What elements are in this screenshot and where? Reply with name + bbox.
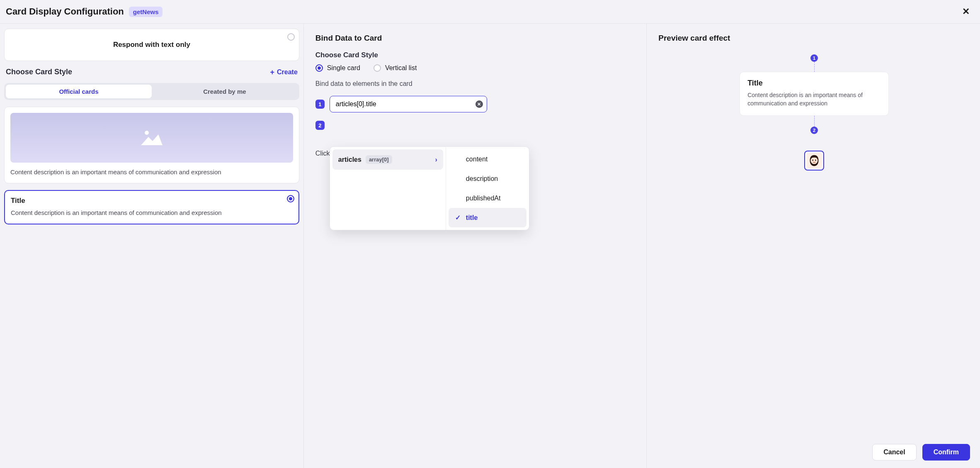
marker-line: [814, 116, 815, 127]
close-icon[interactable]: ✕: [960, 6, 972, 17]
clear-input-icon[interactable]: ✕: [475, 100, 483, 108]
dialog-body: Respond with text only Choose Card Style…: [0, 24, 980, 468]
bind-input-1[interactable]: [330, 96, 487, 112]
left-panel: Respond with text only Choose Card Style…: [0, 24, 304, 468]
radio-vertical-list[interactable]: Vertical list: [374, 64, 417, 72]
preview-title: Preview card effect: [658, 34, 970, 43]
preview-area: 1 Title Content description is an import…: [658, 54, 970, 438]
tab-created-by-me[interactable]: Created by me: [152, 85, 298, 98]
marker-line: [814, 62, 815, 72]
dropdown-right-pane: ✓ content ✓ description ✓ publishedAt ✓ …: [446, 147, 529, 230]
choose-style-title: Choose Card Style: [6, 68, 72, 76]
dialog-header: Card Display Configuration getNews ✕: [0, 0, 980, 24]
cancel-button[interactable]: Cancel: [872, 444, 916, 461]
dropdown-item-content[interactable]: ✓ content: [449, 149, 526, 169]
chevron-right-icon: ›: [435, 156, 437, 163]
preview-marker-2: 2: [810, 116, 818, 134]
card-option-title-label: Title: [11, 197, 293, 205]
avatar-icon: [806, 153, 822, 168]
bind-index-2: 2: [315, 121, 325, 130]
footer-buttons: Cancel Confirm: [658, 438, 970, 468]
marker-badge-2: 2: [810, 127, 818, 134]
svg-point-3: [812, 159, 813, 161]
bind-row-1: 1 ✕: [315, 96, 636, 112]
check-icon: ✓: [454, 214, 462, 222]
radio-single-label: Single card: [327, 64, 360, 72]
card-option-image[interactable]: Content description is an important mean…: [4, 107, 299, 183]
dialog-tag: getNews: [129, 7, 163, 17]
card-option-image-desc: Content description is an important mean…: [10, 168, 293, 176]
dropdown-item-description[interactable]: ✓ description: [449, 169, 526, 188]
dropdown-type-badge: array[0]: [366, 155, 392, 164]
radio-vertical-label: Vertical list: [385, 64, 417, 72]
respond-text-only-option[interactable]: Respond with text only: [4, 29, 299, 61]
card-layout-radio-group: Single card Vertical list: [315, 64, 636, 72]
dropdown-item-title-label: title: [466, 214, 478, 222]
dropdown-item-publishedat-label: publishedAt: [466, 195, 501, 202]
preview-card-title: Title: [747, 79, 881, 88]
create-button[interactable]: + Create: [270, 68, 298, 76]
plus-icon: +: [270, 68, 275, 76]
confirm-button[interactable]: Confirm: [922, 444, 970, 461]
dropdown-item-articles[interactable]: articles array[0] ›: [332, 149, 443, 170]
svg-point-2: [811, 157, 818, 164]
radio-on-icon: [315, 64, 323, 72]
dropdown-item-title[interactable]: ✓ title: [449, 208, 526, 227]
preview-marker-1: 1: [810, 54, 818, 72]
choose-style-subtitle: Choose Card Style: [315, 51, 636, 59]
bind-index-1: 1: [315, 100, 325, 109]
svg-point-4: [815, 159, 816, 161]
dropdown-item-articles-label: articles: [338, 156, 361, 163]
card-option-title[interactable]: Title Content description is an importan…: [4, 190, 299, 224]
preview-card-desc: Content description is an important mean…: [747, 91, 881, 108]
bind-elements-label: Bind data to elements in the card: [315, 80, 636, 88]
svg-point-0: [145, 131, 149, 135]
card-option-title-desc: Content description is an important mean…: [11, 208, 293, 217]
preview-card: Title Content description is an importan…: [740, 72, 889, 116]
dropdown-left-pane: articles array[0] ›: [330, 147, 446, 230]
radio-selected-icon: [287, 195, 294, 202]
right-panel: Preview card effect 1 Title Content desc…: [647, 24, 980, 468]
respond-text-only-label: Respond with text only: [113, 41, 190, 49]
avatar-preview[interactable]: [804, 151, 824, 171]
middle-panel: Bind Data to Card Choose Card Style Sing…: [304, 24, 647, 468]
dropdown-item-publishedat[interactable]: ✓ publishedAt: [449, 188, 526, 208]
marker-badge-1: 1: [810, 54, 818, 62]
choose-style-header: Choose Card Style + Create: [4, 68, 299, 76]
image-icon: [140, 129, 163, 147]
card-source-tabs: Official cards Created by me: [4, 83, 299, 100]
bind-data-title: Bind Data to Card: [315, 34, 636, 43]
card-image-placeholder: [10, 113, 293, 163]
data-path-dropdown: articles array[0] › ✓ content ✓ descript…: [330, 146, 529, 230]
dialog-title: Card Display Configuration: [6, 6, 124, 17]
dropdown-item-description-label: description: [466, 175, 498, 183]
radio-single-card[interactable]: Single card: [315, 64, 360, 72]
dropdown-item-content-label: content: [466, 156, 488, 163]
card-display-config-dialog: Card Display Configuration getNews ✕ Res…: [0, 0, 980, 468]
radio-unselected-icon: [287, 33, 295, 41]
bind-row-2: 2: [315, 121, 636, 130]
radio-off-icon: [374, 64, 381, 72]
bind-input-1-wrap: ✕: [330, 96, 487, 112]
tab-official-cards[interactable]: Official cards: [6, 85, 152, 98]
create-label: Create: [277, 68, 298, 76]
